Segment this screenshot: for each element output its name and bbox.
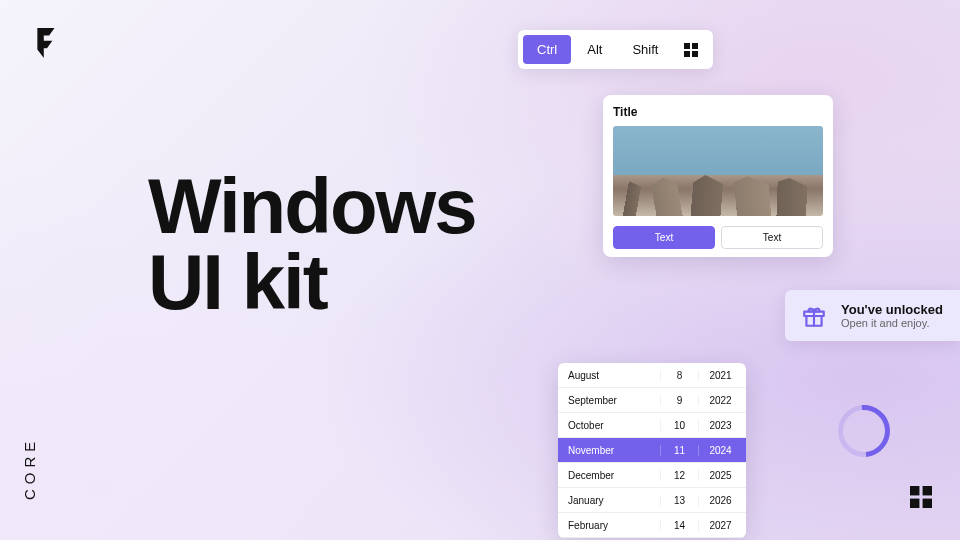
card-title: Title — [613, 105, 823, 119]
toast-text: You've unlocked Open it and enjoy. — [841, 302, 943, 329]
preview-card: Title Text Text — [603, 95, 833, 257]
svg-rect-9 — [910, 499, 919, 508]
windows-grid-icon[interactable] — [674, 36, 708, 64]
brand-logo — [34, 28, 60, 62]
modifier-toolbar: Ctrl Alt Shift — [518, 30, 713, 69]
svg-rect-0 — [684, 43, 690, 49]
page-title: Windows UI kit — [148, 168, 476, 321]
svg-rect-10 — [923, 499, 932, 508]
gift-icon — [801, 303, 827, 329]
date-picker[interactable]: August82021 September92022 October102023… — [558, 363, 746, 538]
windows-icon — [910, 486, 932, 512]
card-primary-button[interactable]: Text — [613, 226, 715, 249]
toast-title: You've unlocked — [841, 302, 943, 317]
alt-button[interactable]: Alt — [573, 35, 616, 64]
date-row[interactable]: August82021 — [558, 363, 746, 388]
ctrl-button[interactable]: Ctrl — [523, 35, 571, 64]
unlock-toast[interactable]: You've unlocked Open it and enjoy. — [785, 290, 960, 341]
loading-spinner — [827, 394, 900, 467]
card-actions: Text Text — [613, 226, 823, 249]
date-row[interactable]: February142027 — [558, 513, 746, 538]
sublabel: CORE — [21, 437, 38, 500]
date-row[interactable]: September92022 — [558, 388, 746, 413]
date-row[interactable]: October102023 — [558, 413, 746, 438]
headline-line1: Windows — [148, 168, 476, 244]
svg-rect-7 — [910, 486, 919, 495]
svg-rect-3 — [692, 51, 698, 57]
card-secondary-button[interactable]: Text — [721, 226, 823, 249]
svg-rect-2 — [684, 51, 690, 57]
card-image — [613, 126, 823, 216]
date-row[interactable]: January132026 — [558, 488, 746, 513]
shift-button[interactable]: Shift — [618, 35, 672, 64]
date-row[interactable]: December122025 — [558, 463, 746, 488]
svg-rect-8 — [923, 486, 932, 495]
date-row-selected[interactable]: November112024 — [558, 438, 746, 463]
svg-rect-1 — [692, 43, 698, 49]
headline-line2: UI kit — [148, 244, 476, 320]
toast-subtitle: Open it and enjoy. — [841, 317, 943, 329]
